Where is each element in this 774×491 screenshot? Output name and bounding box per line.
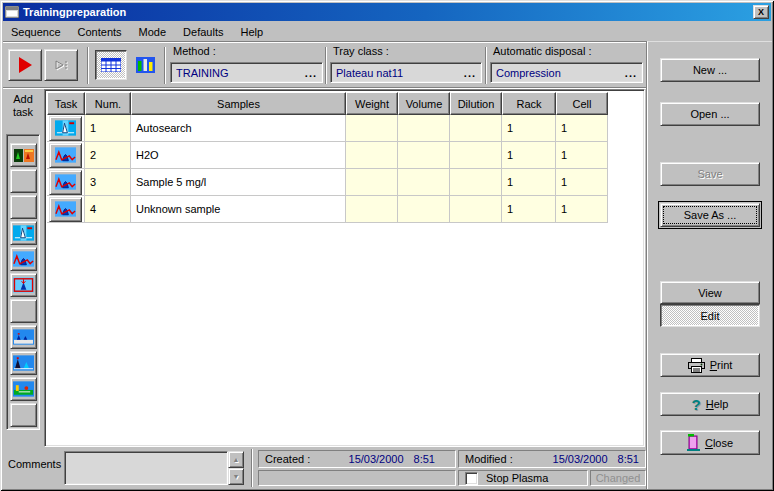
save-button: Save	[660, 162, 760, 186]
edit-button[interactable]: Edit	[660, 304, 760, 327]
created-time: 8:51	[414, 453, 435, 465]
num-cell[interactable]: 4	[85, 196, 131, 223]
dilution-cell[interactable]	[450, 196, 502, 223]
rack-cell[interactable]: 1	[502, 169, 556, 196]
scroll-up-icon[interactable]: ▲	[228, 451, 244, 468]
table-icon	[101, 58, 121, 72]
add-task-empty-slot-button[interactable]	[10, 195, 37, 219]
add-autosearch-task-button[interactable]	[10, 221, 37, 245]
method-field[interactable]: TRAINING ...	[170, 62, 323, 83]
dilution-cell[interactable]	[450, 142, 502, 169]
start-sequence-button[interactable]	[8, 49, 42, 81]
weight-cell[interactable]	[346, 142, 398, 169]
exit-door-icon	[687, 434, 700, 451]
add-task-label-line2: task	[2, 106, 44, 119]
window-title: Trainingpreparation	[23, 6, 126, 18]
dilution-cell[interactable]	[450, 115, 502, 142]
save-as-button-label: Save As ...	[684, 209, 737, 221]
automatic-disposal-value: Compression	[496, 67, 625, 79]
menu-mode[interactable]: Mode	[132, 24, 174, 40]
add-measurement-task-button[interactable]	[10, 247, 37, 271]
volume-cell[interactable]	[398, 115, 450, 142]
add-task-empty-slot-button[interactable]	[10, 299, 37, 323]
rack-cell[interactable]: 1	[502, 196, 556, 223]
save-as-button[interactable]: Save As ...	[660, 203, 760, 227]
samples-cell[interactable]: Autosearch	[131, 115, 346, 142]
stop-plasma-checkbox[interactable]	[465, 472, 478, 485]
peaks-on-base-icon	[13, 329, 34, 345]
volume-cell[interactable]	[398, 196, 450, 223]
column-header-cell: Cell	[556, 92, 608, 115]
comments-input[interactable]	[64, 451, 228, 485]
num-cell[interactable]: 1	[85, 115, 131, 142]
task-type-button[interactable]	[49, 197, 82, 222]
changed-status-panel: Changed	[590, 470, 646, 486]
task-type-button[interactable]	[49, 170, 82, 195]
samples-cell[interactable]: Sample 5 mg/l	[131, 169, 346, 196]
table-row: 2 H2O 1 1	[47, 142, 642, 169]
chart-view-toggle[interactable]	[130, 50, 160, 80]
cell-cell[interactable]: 1	[556, 142, 608, 169]
table-row: 4 Unknown sample 1 1	[47, 196, 642, 223]
stop-plasma-label: Stop Plasma	[486, 472, 548, 484]
weight-cell[interactable]	[346, 196, 398, 223]
num-cell[interactable]: 2	[85, 142, 131, 169]
menu-contents[interactable]: Contents	[71, 24, 129, 40]
task-cell	[47, 169, 85, 196]
cell-cell[interactable]: 1	[556, 115, 608, 142]
method-label: Method :	[173, 45, 216, 57]
view-button[interactable]: View	[660, 281, 760, 304]
weight-cell[interactable]	[346, 169, 398, 196]
help-question-icon: ?	[692, 397, 701, 412]
dark-peaks-icon	[13, 355, 34, 371]
table-row: 3 Sample 5 mg/l 1 1	[47, 169, 642, 196]
column-header-weight: Weight	[346, 92, 398, 115]
created-date: 15/03/2000	[349, 453, 404, 465]
add-task-empty-slot-button[interactable]	[10, 403, 37, 427]
samples-cell[interactable]: Unknown sample	[131, 196, 346, 223]
toolbar-separator	[164, 47, 166, 84]
samples-cell[interactable]: H2O	[131, 142, 346, 169]
step-icon	[52, 58, 70, 72]
rack-cell[interactable]: 1	[502, 115, 556, 142]
open-button-label: Open ...	[690, 108, 729, 120]
menu-sequence[interactable]: Sequence	[4, 24, 68, 40]
framed-peak-arrow-icon	[13, 277, 34, 293]
spectrum-curves-icon	[55, 201, 76, 217]
weight-cell[interactable]	[346, 115, 398, 142]
cell-cell[interactable]: 1	[556, 169, 608, 196]
add-wizard-task-button[interactable]	[10, 143, 37, 167]
method-browse-button[interactable]: ...	[305, 67, 317, 79]
tray-class-field[interactable]: Plateau nat11 ...	[330, 62, 482, 83]
automatic-disposal-field[interactable]: Compression ...	[490, 62, 643, 83]
close-button[interactable]: Close	[660, 430, 760, 455]
new-button-label: New ...	[693, 64, 727, 76]
table-view-toggle[interactable]	[95, 50, 127, 80]
tray-class-browse-button[interactable]: ...	[464, 67, 476, 79]
add-rinse-task-button[interactable]	[10, 377, 37, 401]
spectrum-curves-icon	[55, 174, 76, 190]
volume-cell[interactable]	[398, 169, 450, 196]
num-cell[interactable]: 3	[85, 169, 131, 196]
add-calibration-task-button[interactable]	[10, 273, 37, 297]
new-button[interactable]: New ...	[660, 58, 760, 82]
task-type-button[interactable]	[49, 116, 82, 141]
autosearch-peak-icon	[55, 120, 76, 136]
rack-cell[interactable]: 1	[502, 142, 556, 169]
print-button[interactable]: Print	[660, 353, 760, 377]
dilution-cell[interactable]	[450, 169, 502, 196]
close-icon[interactable]: X	[753, 5, 769, 19]
volume-cell[interactable]	[398, 142, 450, 169]
comments-label: Comments :	[8, 458, 67, 470]
add-dark-peaks-task-button[interactable]	[10, 351, 37, 375]
cell-cell[interactable]: 1	[556, 196, 608, 223]
scroll-down-icon[interactable]: ▼	[228, 468, 244, 485]
automatic-disposal-browse-button[interactable]: ...	[625, 67, 637, 79]
help-button[interactable]: ? Help	[660, 392, 760, 416]
menu-help[interactable]: Help	[233, 24, 270, 40]
add-task-empty-slot-button[interactable]	[10, 169, 37, 193]
add-baseline-task-button[interactable]	[10, 325, 37, 349]
open-button[interactable]: Open ...	[660, 102, 760, 126]
task-type-button[interactable]	[49, 143, 82, 168]
menu-defaults[interactable]: Defaults	[176, 24, 230, 40]
